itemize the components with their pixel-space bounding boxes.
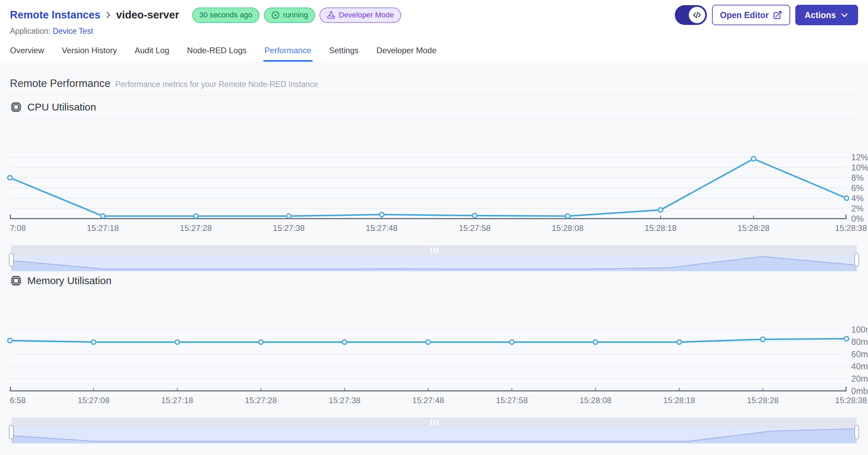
- memory-chip-icon: [10, 275, 22, 287]
- memory-chart-brush[interactable]: [11, 417, 857, 443]
- cpu-chart-brush[interactable]: [11, 245, 857, 271]
- application-row: Application: Device Test: [10, 27, 858, 37]
- page-subtitle: Performance metrics for your Remote Node…: [115, 80, 318, 89]
- svg-text:15:27:18: 15:27:18: [87, 223, 119, 233]
- actions-button[interactable]: Actions: [795, 5, 858, 25]
- cpu-section: CPU Utilisation 0%2%4%6%8%10%12%7:0815:2…: [10, 96, 858, 271]
- tab-settings[interactable]: Settings: [329, 46, 359, 61]
- developer-mode-badge: Developer Mode: [319, 8, 401, 23]
- svg-text:60mb: 60mb: [851, 349, 868, 359]
- svg-text:40mb: 40mb: [851, 362, 868, 371]
- svg-text:4%: 4%: [851, 193, 864, 203]
- page-head: Remote Performance Performance metrics f…: [10, 62, 858, 96]
- svg-text:7:08: 7:08: [10, 223, 26, 233]
- svg-text:8%: 8%: [851, 173, 864, 182]
- memory-section: Memory Utilisation 0mb20mb40mb60mb80mb10…: [10, 271, 858, 443]
- memory-brush-track[interactable]: [11, 428, 857, 443]
- svg-text:15:27:28: 15:27:28: [180, 223, 212, 233]
- tab-performance[interactable]: Performance: [265, 46, 311, 61]
- tab-bar: Overview Version History Audit Log Node-…: [10, 45, 858, 61]
- cpu-brush-left-handle[interactable]: [9, 253, 14, 267]
- svg-text:12%: 12%: [851, 152, 868, 162]
- brush-grip-icon[interactable]: [430, 420, 438, 425]
- svg-text:80mb: 80mb: [851, 337, 868, 347]
- svg-text:15:27:58: 15:27:58: [459, 223, 490, 233]
- cpu-brush-track[interactable]: [11, 255, 857, 271]
- svg-text:15:28:08: 15:28:08: [552, 223, 583, 233]
- cpu-section-title: CPU Utilisation: [27, 101, 96, 113]
- svg-text:6:58: 6:58: [10, 396, 26, 405]
- memory-section-title: Memory Utilisation: [27, 275, 112, 287]
- svg-text:15:27:38: 15:27:38: [329, 396, 360, 405]
- developer-mode-toggle[interactable]: [675, 5, 707, 25]
- memory-brush-minimap: [11, 428, 857, 443]
- chevron-down-icon: [840, 11, 849, 19]
- svg-text:15:28:08: 15:28:08: [580, 396, 611, 405]
- page-header: Remote Instances video-server 30 seconds…: [0, 0, 868, 62]
- memory-brush-drag-bar[interactable]: [11, 417, 857, 428]
- tab-developer-mode[interactable]: Developer Mode: [376, 46, 437, 61]
- svg-text:15:27:48: 15:27:48: [412, 396, 444, 405]
- cpu-brush-minimap: [11, 255, 857, 271]
- svg-text:15:28:18: 15:28:18: [663, 396, 695, 405]
- svg-text:15:27:28: 15:27:28: [245, 396, 277, 405]
- tab-node-red-logs[interactable]: Node-RED Logs: [187, 46, 247, 61]
- application-label: Application:: [10, 27, 51, 35]
- cpu-brush-right-handle[interactable]: [854, 253, 859, 267]
- cpu-utilisation-chart: 0%2%4%6%8%10%12%7:0815:27:1815:27:2815:2…: [10, 119, 867, 234]
- last-seen-badge: 30 seconds ago: [192, 8, 259, 23]
- cpu-chip-icon: [10, 101, 22, 113]
- svg-text:10%: 10%: [851, 163, 868, 172]
- breadcrumb-parent-link[interactable]: Remote Instances: [10, 9, 100, 21]
- breadcrumb: Remote Instances video-server: [10, 9, 179, 21]
- svg-text:15:27:08: 15:27:08: [77, 396, 109, 405]
- svg-text:0mb: 0mb: [851, 386, 868, 396]
- svg-text:100mb: 100mb: [851, 325, 868, 334]
- svg-text:15:28:28: 15:28:28: [738, 223, 769, 233]
- code-icon: [689, 7, 705, 23]
- svg-text:0%: 0%: [851, 214, 864, 223]
- brush-grip-icon[interactable]: [430, 248, 438, 253]
- tab-overview[interactable]: Overview: [10, 46, 44, 61]
- svg-text:15:28:18: 15:28:18: [645, 223, 677, 233]
- tab-version-history[interactable]: Version History: [62, 46, 117, 61]
- breadcrumb-current: video-server: [116, 9, 179, 21]
- status-badge: running: [264, 8, 315, 23]
- svg-text:20mb: 20mb: [851, 374, 868, 383]
- cpu-brush-drag-bar[interactable]: [11, 245, 857, 255]
- svg-text:6%: 6%: [851, 183, 864, 193]
- open-editor-button[interactable]: Open Editor: [712, 5, 790, 25]
- external-link-icon: [773, 10, 782, 20]
- chevron-right-icon: [104, 11, 113, 19]
- play-circle-icon: [271, 11, 280, 19]
- svg-text:15:27:38: 15:27:38: [273, 223, 304, 233]
- memory-brush-left-handle[interactable]: [9, 425, 14, 439]
- svg-text:15:27:48: 15:27:48: [366, 223, 398, 233]
- svg-text:15:27:18: 15:27:18: [161, 396, 193, 405]
- performance-panel: Remote Performance Performance metrics f…: [0, 62, 868, 455]
- svg-text:2%: 2%: [851, 204, 864, 213]
- application-link[interactable]: Device Test: [53, 27, 93, 35]
- svg-text:15:28:38: 15:28:38: [835, 396, 867, 405]
- page-title: Remote Performance: [10, 77, 111, 90]
- memory-utilisation-chart: 0mb20mb40mb60mb80mb100mb6:5815:27:0815:2…: [10, 291, 867, 406]
- svg-text:15:28:38: 15:28:38: [835, 223, 867, 233]
- svg-text:15:27:58: 15:27:58: [496, 396, 528, 405]
- tab-audit-log[interactable]: Audit Log: [134, 46, 169, 61]
- memory-brush-right-handle[interactable]: [854, 425, 859, 439]
- svg-text:15:28:28: 15:28:28: [747, 396, 779, 405]
- beaker-icon: [327, 11, 336, 19]
